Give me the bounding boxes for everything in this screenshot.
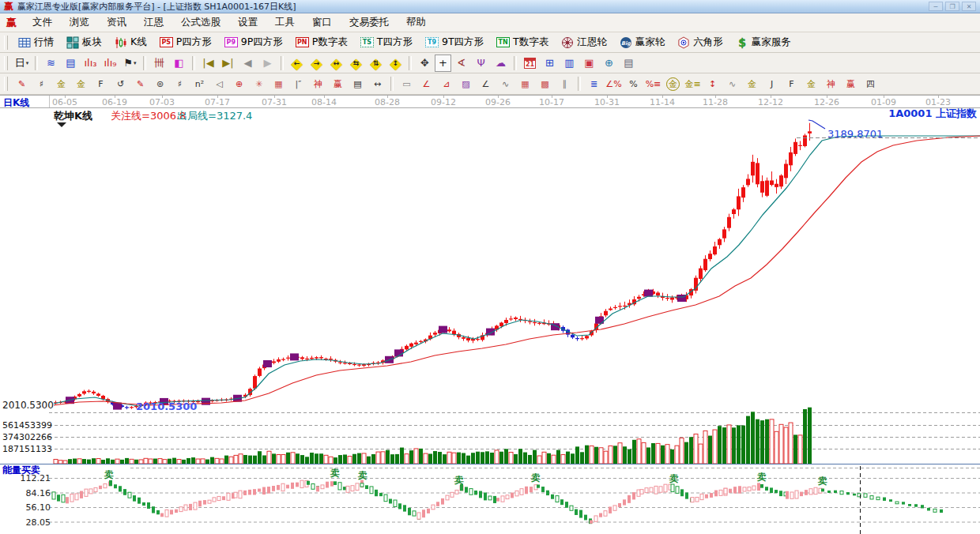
- gold-ruler2-tool[interactable]: 金: [71, 75, 91, 92]
- span-arrow-tool[interactable]: ↔: [368, 75, 387, 92]
- percent-fan-tool[interactable]: ∠%: [604, 75, 624, 92]
- shen-angle-tool[interactable]: 神: [821, 75, 841, 92]
- sectors-button[interactable]: 板块: [60, 33, 108, 52]
- toolbar2-handle[interactable]: [4, 56, 8, 70]
- shen-ruler-tool[interactable]: 神: [308, 75, 328, 92]
- expand-h-button[interactable]: ◆↔: [326, 55, 346, 71]
- web-star-tool[interactable]: ✳: [249, 75, 269, 92]
- first-page-button[interactable]: |◀: [198, 55, 218, 72]
- target-circle-tool[interactable]: ⊕: [229, 75, 249, 92]
- angle-ruler-tool[interactable]: ◁: [209, 75, 229, 92]
- gold-angle-tool[interactable]: 金: [801, 75, 821, 92]
- maximize-button[interactable]: ❐: [945, 2, 959, 11]
- pen-ruler-tool[interactable]: ✎: [130, 75, 150, 92]
- calculator-button[interactable]: ⊞: [540, 55, 560, 72]
- toolbar1-handle[interactable]: [4, 36, 8, 50]
- menu-item-6[interactable]: 工具: [266, 13, 303, 32]
- updown-pencil-tool[interactable]: ↕: [703, 75, 722, 92]
- next-page-button[interactable]: ▶: [258, 55, 277, 72]
- web-grid-tool[interactable]: ▦: [269, 75, 288, 92]
- gann-fan-grid-tool[interactable]: ▨: [456, 75, 476, 92]
- menu-item-7[interactable]: 窗口: [303, 13, 341, 32]
- hexagon-button[interactable]: 六角形: [671, 33, 729, 52]
- menu-item-9[interactable]: 帮助: [398, 13, 435, 32]
- menu-item-3[interactable]: 江恩: [135, 13, 172, 32]
- n2-ruler-tool[interactable]: n²: [190, 75, 209, 92]
- menu-item-0[interactable]: 文件: [24, 13, 61, 32]
- menu-item-5[interactable]: 设置: [229, 13, 266, 32]
- menu-item-4[interactable]: 公式选股: [172, 13, 229, 32]
- pan-right-button[interactable]: ◆→: [307, 55, 326, 71]
- t-square-button[interactable]: TST四方形: [354, 33, 419, 52]
- menu-item-8[interactable]: 交易委托: [341, 13, 398, 32]
- expand-v-button[interactable]: ◆↕: [386, 55, 405, 71]
- kline-button[interactable]: K线: [108, 33, 153, 52]
- t-number-button[interactable]: TNT数字表: [490, 33, 555, 52]
- shrink-h-button[interactable]: ◆⇆: [346, 55, 366, 71]
- gold-lines-tool[interactable]: 金≡: [683, 75, 703, 92]
- winner-service-button[interactable]: $赢家服务: [729, 33, 797, 52]
- parallel-lines-tool[interactable]: ∥: [555, 75, 575, 92]
- last-page-button[interactable]: ▶|: [218, 55, 238, 72]
- percent-lines-tool[interactable]: %≡: [643, 75, 663, 92]
- flag-marker-tool[interactable]: ⚑▾: [120, 55, 140, 72]
- gann-grid2-tool[interactable]: ▩: [535, 75, 555, 92]
- gann-wheel-button[interactable]: 江恩轮: [555, 33, 613, 52]
- print-button[interactable]: ▤: [619, 55, 639, 72]
- quotes-button[interactable]: 行情: [12, 33, 60, 52]
- gann-hat-tool[interactable]: Ψ: [471, 55, 491, 72]
- calendar-button[interactable]: 21: [520, 55, 540, 72]
- zigzag-tool[interactable]: ∿: [496, 75, 515, 92]
- knife-tool[interactable]: ✎: [12, 75, 32, 92]
- si-angle-tool[interactable]: 四: [861, 75, 880, 92]
- fib-ruler-tool[interactable]: F: [91, 75, 111, 92]
- ying-angle-tool[interactable]: 赢: [841, 75, 861, 92]
- shrink-v-button[interactable]: ◆⇅: [366, 55, 386, 71]
- winner-wheel-button[interactable]: Big赢家轮: [613, 33, 672, 52]
- scale-comb-tool[interactable]: ♯: [32, 75, 51, 92]
- chart-canvas[interactable]: 06-0506-1907-0307-1707-3108-1408-2809-12…: [0, 95, 980, 534]
- ying-ruler-tool[interactable]: 赢: [328, 75, 348, 92]
- menu-item-2[interactable]: 资讯: [98, 13, 135, 32]
- crosshair-tool[interactable]: +: [435, 55, 451, 72]
- net-grid-tool[interactable]: ≋: [41, 55, 61, 72]
- number-ruler-tool[interactable]: ▤: [348, 75, 368, 92]
- hand-pan-tool[interactable]: ✥: [415, 55, 435, 72]
- gann-fan-tool[interactable]: ∠: [416, 75, 436, 92]
- bars9-tool[interactable]: ılı₉: [100, 55, 120, 72]
- f-angle-tool[interactable]: F: [782, 75, 801, 92]
- gann-fan-box-tool[interactable]: ⊿: [436, 75, 456, 92]
- angle-measure-tool[interactable]: ∢: [451, 55, 471, 72]
- gold-circle-tool[interactable]: 金: [663, 75, 683, 92]
- web-export-button[interactable]: ⊕: [599, 55, 619, 72]
- list-panel-tool[interactable]: ≣: [584, 75, 604, 92]
- close-button[interactable]: ✕: [962, 2, 976, 11]
- save-button[interactable]: ▣: [579, 55, 599, 72]
- minimize-button[interactable]: ─: [929, 2, 943, 11]
- cloud-tool[interactable]: ☁: [491, 55, 511, 72]
- toolbar3-handle[interactable]: [4, 77, 8, 91]
- percent-tool[interactable]: %: [624, 75, 643, 92]
- p-square-button[interactable]: PSP四方形: [153, 33, 218, 52]
- comb-tool[interactable]: ♯: [170, 75, 190, 92]
- gold-wave-tool[interactable]: 金: [742, 75, 762, 92]
- profile-chart-tool[interactable]: ◧: [169, 55, 189, 72]
- pan-left-button[interactable]: ◆←: [287, 55, 307, 71]
- tick-mark-tool[interactable]: |″: [288, 75, 308, 92]
- weave-chart-tool[interactable]: 卌: [149, 55, 169, 72]
- gold-ruler-tool[interactable]: 金: [51, 75, 71, 92]
- bars3-tool[interactable]: ılı₃: [81, 55, 100, 72]
- nine-t-square-button[interactable]: T99T四方形: [419, 33, 490, 52]
- notepad-button[interactable]: ▥: [560, 55, 579, 72]
- cycle-ruler-tool[interactable]: ⊚: [150, 75, 170, 92]
- nine-p-square-button[interactable]: P99P四方形: [218, 33, 289, 52]
- wave-overlay-tool[interactable]: ∿: [722, 75, 742, 92]
- memo-tool[interactable]: ▤: [61, 55, 81, 72]
- gann-grid-tool[interactable]: ▦: [515, 75, 535, 92]
- box-select-tool[interactable]: ▭: [397, 75, 416, 92]
- j-angle-tool[interactable]: J: [762, 75, 782, 92]
- p-number-button[interactable]: PNP数字表: [289, 33, 354, 52]
- spiral-ruler-tool[interactable]: ↺: [111, 75, 130, 92]
- trend-fan-tool[interactable]: ∠: [476, 75, 496, 92]
- prev-page-button[interactable]: ◀: [238, 55, 258, 72]
